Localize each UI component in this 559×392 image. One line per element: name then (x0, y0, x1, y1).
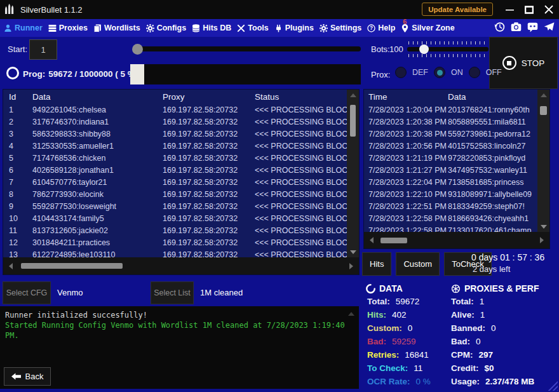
progress-value: 59672 / 1000000 ( 5 %) (48, 69, 138, 79)
vertical-scrollbar[interactable] (537, 90, 549, 233)
table-cell: 7/28/2023 1:20:38 PM (364, 130, 448, 139)
close-button[interactable] (544, 4, 554, 15)
start-slider-thumb[interactable] (132, 44, 143, 55)
menu-item-settings[interactable]: Settings (320, 24, 361, 32)
scroll-left-icon[interactable] (9, 263, 13, 269)
menu-item-configs[interactable]: Configs (146, 24, 187, 32)
vertical-scrollbar[interactable] (347, 90, 359, 258)
table-cell: 9318089971:allybelle09 (448, 190, 549, 199)
table-row[interactable]: 136122724895:lee103110169.197.82.58:2073… (3, 248, 359, 258)
camera-button[interactable] (510, 22, 522, 34)
prox-radio-off[interactable] (469, 67, 480, 78)
select-list-button[interactable]: Select List (151, 281, 194, 304)
log-console[interactable]: Runner initialized succesfully!Started R… (0, 306, 359, 389)
start-input[interactable] (29, 39, 57, 60)
scrollbar-thumb[interactable] (350, 105, 356, 137)
column-header[interactable]: Proxy (163, 92, 255, 102)
discord-button[interactable] (527, 22, 539, 34)
menu-item-runner[interactable]: Runner (4, 24, 43, 32)
scroll-up-icon[interactable] (350, 93, 356, 97)
table-row[interactable]: 7/28/2023 1:20:56 PM4015752583:lincoln27 (364, 140, 549, 152)
table-row[interactable]: 64026589128:jonathan1169.197.82.58:20732… (3, 164, 359, 176)
prox-radio-def[interactable] (395, 67, 407, 78)
start-slider[interactable] (135, 46, 361, 51)
stat-label: Custom: (367, 323, 402, 333)
menu-item-tools[interactable]: Tools (237, 24, 268, 32)
table-cell: 3176746370:indiana1 (32, 118, 163, 126)
table-row[interactable]: 7/28/2023 1:22:51 PM8183349259:steph07! (364, 200, 549, 212)
log-scroll-up-icon[interactable] (348, 312, 354, 316)
stop-button[interactable]: STOP (489, 37, 558, 89)
table-row[interactable]: 7/28/2023 1:20:38 PM5592739861:pedorra12 (364, 128, 549, 140)
menu-item-plugins[interactable]: Plugins (274, 24, 314, 32)
titlebar[interactable]: SilverBullet 1.1.2 Update Available (0, 0, 559, 19)
table-row[interactable]: 87862773930:elocink169.197.82.58:20732<<… (3, 188, 359, 200)
table-row[interactable]: 76104570776:taylor21169.197.82.58:20732<… (3, 176, 359, 188)
select-cfg-button[interactable]: Select CFG (3, 281, 51, 304)
table-row[interactable]: 57174768536:chicken169.197.82.58:20732<<… (3, 152, 359, 164)
table-row[interactable]: 23176746370:indiana1169.197.82.58:20732<… (3, 116, 359, 128)
radio-dot (437, 70, 443, 76)
scroll-down-icon[interactable] (350, 250, 356, 254)
horizontal-scrollbar[interactable] (364, 232, 549, 248)
scrollbar-thumb[interactable] (21, 263, 123, 269)
table-row[interactable]: 7/28/2023 1:22:10 PM9318089971:allybelle… (364, 188, 549, 200)
table-row[interactable]: 104104433174:family5169.197.82.58:20732<… (3, 212, 359, 224)
prox-radio-on[interactable] (434, 67, 445, 78)
window-title: SilverBullet 1.1.2 (20, 5, 83, 15)
table-row[interactable]: 35863298833:shibby88169.197.82.58:20732<… (3, 128, 359, 140)
progress-label: Prog: (23, 69, 45, 79)
stat-label: CPM: (451, 350, 473, 360)
stat-row: Bad:0 (451, 337, 534, 346)
menu-item-label: Tools (248, 24, 268, 32)
menu-item-silver-zone[interactable]: Silver Zone6 (401, 24, 454, 32)
stat-value: 1 (480, 297, 485, 306)
update-available-button[interactable]: Update Available (422, 3, 493, 16)
table-row[interactable]: 7/28/2023 1:22:04 PM7138581685:princess (364, 176, 549, 188)
table-row[interactable]: 95592877530:loseweight169.197.82.58:2073… (3, 200, 359, 212)
column-header[interactable]: Id (3, 92, 32, 102)
column-header[interactable]: Time (364, 92, 448, 102)
column-header[interactable]: Data (448, 92, 549, 102)
table-row[interactable]: 118137312605:jackie02169.197.82.58:20732… (3, 224, 359, 236)
table-row[interactable]: 43125330535:amueller1169.197.82.58:20732… (3, 140, 359, 152)
menu-item-help[interactable]: ?Help (367, 24, 395, 32)
hits-button[interactable]: Hits (362, 252, 391, 276)
history-button[interactable] (494, 22, 506, 34)
stat-value: 59259 (392, 337, 416, 346)
menu-item-hits-db[interactable]: Hits DB (192, 24, 231, 32)
scrollbar-thumb[interactable] (381, 238, 407, 243)
table-row[interactable]: 19492261045:chelsea169.197.82.58:20732<<… (3, 104, 359, 116)
scroll-left-icon[interactable] (370, 237, 374, 243)
stat-value: 0 (408, 323, 413, 333)
table-row[interactable]: 123018484211:practices169.197.82.58:2073… (3, 236, 359, 248)
data-panel-header: DATA (366, 283, 403, 294)
horizontal-scrollbar[interactable] (3, 257, 359, 274)
telegram-button[interactable] (543, 22, 555, 34)
scroll-right-icon[interactable] (349, 263, 353, 269)
table-cell: 169.197.82.58:20732 (163, 130, 255, 139)
table-row[interactable]: 7/28/2023 1:21:27 PM3474957532:wanley11 (364, 164, 549, 176)
prox-radio-label: OFF (486, 68, 502, 77)
column-header[interactable]: Data (32, 92, 163, 102)
table-row[interactable]: 7/28/2023 1:22:58 PM8186693426:chyeahh1 (364, 212, 549, 224)
table-row[interactable]: 7/28/2023 1:20:38 PM8058895551:mila6811 (364, 116, 549, 128)
minimize-button[interactable] (504, 4, 515, 15)
scroll-right-icon[interactable] (540, 237, 544, 243)
maximize-button[interactable] (524, 4, 534, 15)
table-row[interactable]: 7/28/2023 1:21:19 PM9728220853:pinkfloyd (364, 152, 549, 164)
progress-radio-icon[interactable] (6, 67, 19, 79)
table-row[interactable]: 7/28/2023 1:20:04 PM2013768241:ronny60th (364, 104, 549, 116)
stop-icon (502, 56, 516, 70)
table-cell: <<< PROCESSING BLOCK (255, 178, 359, 187)
column-header[interactable]: Status (255, 92, 359, 102)
custom-button[interactable]: Custom (396, 252, 440, 276)
scrollbar-thumb[interactable] (540, 106, 547, 115)
bots-slider-thumb[interactable] (419, 44, 429, 54)
menu-item-wordlists[interactable]: Wordlists (93, 24, 140, 32)
scroll-down-icon[interactable] (541, 225, 547, 229)
resize-grip[interactable] (547, 380, 558, 391)
scroll-up-icon[interactable] (541, 93, 547, 97)
menu-item-proxies[interactable]: Proxies (48, 24, 88, 32)
back-button[interactable]: Back (4, 367, 51, 386)
